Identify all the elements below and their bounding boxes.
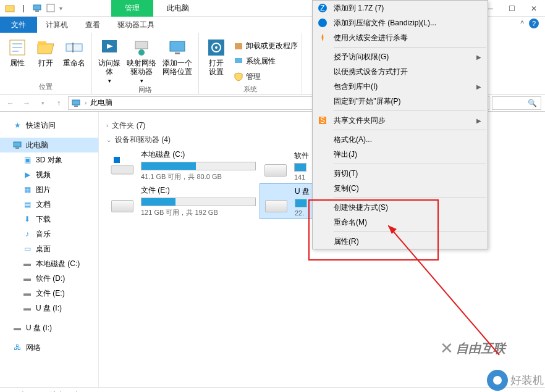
gear-icon [206,38,226,57]
manage-button[interactable]: 管理 [234,70,298,83]
open-button[interactable]: 打开 [32,35,59,67]
7z-icon: Z [318,3,327,13]
tab-view[interactable]: 查看 [77,17,109,33]
eye-logo-icon [487,370,508,391]
system-properties-button[interactable]: 系统属性 [234,54,298,68]
folder-icon [5,3,15,13]
sidebar-item-videos[interactable]: ▶视频 [0,167,98,182]
drive-c[interactable]: 本地磁盘 (C:) 41.1 GB 可用，共 80.0 GB [106,148,260,183]
tab-file[interactable]: 文件 [0,17,37,33]
help-icon[interactable]: ? [529,19,539,28]
back-button[interactable]: ← [4,96,17,110]
ctx-pin-start[interactable]: 固定到"开始"屏幕(P) [313,94,488,109]
ctx-huorong-scan[interactable]: 使用火绒安全进行杀毒 [313,30,488,45]
sidebar-item-desktop[interactable]: ▭桌面 [0,241,98,256]
ctx-open-portable[interactable]: 以便携式设备方式打开 [313,64,488,79]
sidebar-item-drive-e[interactable]: ▬文件 (E:) [0,286,98,301]
sidebar-item-drive-i[interactable]: ▬U 盘 (I:) [0,301,98,315]
sidebar-item-drive-c[interactable]: ▬本地磁盘 (C:) [0,256,98,271]
ctx-format[interactable]: 格式化(A)... [313,132,488,147]
ctx-grant-access[interactable]: 授予访问权限(G)▶ [313,49,488,64]
forward-button[interactable]: → [20,96,33,110]
sidebar-this-pc[interactable]: 此电脑 [0,138,98,152]
tab-computer[interactable]: 计算机 [37,17,77,33]
bandizip-icon [318,18,327,28]
ribbon-group-system: 打开 设置 卸载或更改程序 系统属性 管理 系统 [199,33,302,94]
chevron-right-icon: › [106,122,108,129]
svg-rect-16 [235,43,242,49]
separator [334,130,486,130]
svg-point-10 [138,49,145,56]
svg-rect-21 [15,148,19,149]
properties-icon [7,38,27,57]
watermark-ziyouhulian: ✕ 自由互联 [440,339,505,358]
access-media-button[interactable]: 访问媒体 ▾ [96,35,123,84]
properties-button[interactable]: 属性 [4,35,31,67]
box-icon [234,41,243,51]
ctx-include-library[interactable]: 包含到库中(I)▶ [313,79,488,94]
drive-network-icon [132,38,151,57]
ctx-rename[interactable]: 重命名(M) [313,215,488,230]
map-drive-button[interactable]: 映射网络 驱动器 ▾ [124,35,159,84]
drive-name: 文件 (E:) [141,185,256,196]
context-menu: Z添加到 1.7Z (7) 添加到压缩文件 (Bandizip)(L)... 使… [312,0,488,249]
open-folder-icon [36,38,56,57]
uninstall-programs-button[interactable]: 卸载或更改程序 [234,39,298,52]
svg-rect-17 [235,58,242,63]
ribbon-collapse-icon[interactable]: ^ [520,19,524,28]
sidebar-item-pictures[interactable]: ▦图片 [0,182,98,197]
sidebar-item-3d[interactable]: ▣3D 对象 [0,152,98,167]
add-network-location-button[interactable]: 添加一个 网络位置 [160,35,195,77]
pc-icon[interactable] [32,3,42,13]
sidebar-quick-access[interactable]: ★ 快速访问 [0,118,98,133]
maximize-button[interactable]: ☐ [501,0,523,17]
title-tab-this-pc: 此电脑 [153,0,203,17]
drive-icon [110,190,135,212]
ribbon-group-location: 属性 打开 重命名 位置 [0,33,92,94]
search-icon: 🔍 [528,99,537,107]
ctx-eject[interactable]: 弹出(J) [313,147,488,162]
open-settings-button[interactable]: 打开 设置 [203,35,230,77]
ctx-properties[interactable]: 属性(R) [313,234,488,249]
video-icon: ▶ [22,170,32,180]
ctx-copy[interactable]: 复制(C) [313,181,488,196]
sidebar-item-downloads[interactable]: ⬇下载 [0,212,98,227]
shield-icon [234,72,243,81]
ctx-cut[interactable]: 剪切(T) [313,166,488,181]
sidebar-network[interactable]: 🖧网络 [0,340,98,355]
ctx-create-shortcut[interactable]: 创建快捷方式(S) [313,200,488,215]
watermark-haozhuangji: 好装机 [487,370,544,391]
sidebar-usb-drive[interactable]: ▬U 盘 (I:) [0,320,98,335]
huorong-icon [318,33,327,43]
up-button[interactable]: ↑ [52,96,65,110]
recent-dropdown[interactable]: ▾ [36,96,49,110]
pc-icon [12,140,22,150]
svg-text:S: S [320,116,325,125]
chevron-right-icon: ▶ [476,83,481,90]
drive-usage-bar [294,163,306,172]
tab-drive-tools[interactable]: 驱动器工具 [109,17,163,33]
close-button[interactable]: ✕ [523,0,545,17]
drive-e[interactable]: 文件 (E:) 121 GB 可用，共 192 GB [106,183,260,219]
checkbox-icon[interactable] [46,3,56,13]
ctx-add-to-7z[interactable]: Z添加到 1.7Z (7) [313,1,488,15]
rename-button[interactable]: 重命名 [61,35,88,67]
svg-rect-23 [114,157,120,163]
search-input[interactable]: 🔍 [492,96,541,110]
sidebar-item-music[interactable]: ♪音乐 [0,227,98,241]
title-tab-manage[interactable]: 管理 [111,0,153,17]
ctx-sync-folder[interactable]: S共享文件夹同步▶ [313,113,488,128]
image-icon: ▦ [22,185,32,194]
qat-dropdown-icon[interactable]: ▾ [59,5,62,12]
separator [334,164,486,164]
ctx-add-to-bandizip[interactable]: 添加到压缩文件 (Bandizip)(L)... [313,15,488,30]
svg-rect-6 [66,44,82,51]
sidebar-item-drive-d[interactable]: ▬软件 (D:) [0,271,98,286]
sidebar-item-documents[interactable]: ▤文档 [0,197,98,212]
download-icon: ⬇ [22,214,32,224]
cube-icon: ▣ [22,155,32,165]
desktop-icon: ▭ [22,244,32,254]
drive-subtext: 41.1 GB 可用，共 80.0 GB [141,172,256,181]
svg-rect-1 [33,5,41,10]
drive-icon: ▬ [22,259,32,269]
